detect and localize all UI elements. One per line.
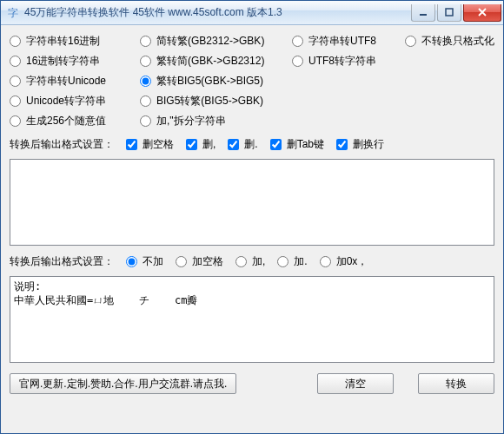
mode-radio[interactable]: 繁转简(GBK->GB2312) [140,54,292,69]
sep-radio-input[interactable] [277,256,288,267]
svg-text:字: 字 [8,7,18,19]
mode-radio-input[interactable] [10,56,21,67]
trim-checkbox-input[interactable] [270,139,282,150]
mode-radio-input[interactable] [140,95,151,107]
mode-radio-label: 繁转简(GBK->GB2312) [156,54,264,69]
separator-options-row: 转换后输出格式设置： 不加加空格加,加.加0x， [10,251,494,271]
convert-button[interactable]: 转换 [418,373,494,394]
trim-checkbox-label: 删Tab键 [287,137,324,152]
sep-radio-label: 不加 [143,254,163,269]
mode-radio-label: 字符串转16进制 [26,34,100,49]
mode-radio[interactable]: 16进制转字符串 [10,54,140,69]
sep-radio[interactable]: 加, [235,254,265,269]
mode-radio-input[interactable] [10,76,21,87]
sep-radio-input[interactable] [176,256,187,267]
mode-radio-label: 16进制转字符串 [26,54,100,69]
trim-checkbox-label: 删, [202,137,216,152]
mode-radio[interactable]: 字符串转Unicode [10,74,140,89]
window-controls [409,4,501,22]
mode-radio[interactable]: UTF8转字符串 [292,54,405,69]
sep-radio[interactable]: 加空格 [176,254,223,269]
mode-radio-label: 简转繁(GB2312->GBK) [156,34,264,49]
trim-checkbox-input[interactable] [186,139,197,150]
titlebar[interactable]: 字 45万能字符串转换软件 45软件 www.45soft.com 版本1.3 [1,1,503,25]
input-textarea[interactable] [10,159,494,246]
sep-radio-label: 加0x， [336,254,368,269]
trim-checkbox[interactable]: 删换行 [336,137,384,152]
mode-radio-input[interactable] [10,36,21,47]
mode-radio[interactable]: Unicode转字符串 [10,94,140,108]
sep-radio-label: 加, [252,254,265,269]
sep-label: 转换后输出格式设置： [10,254,114,269]
mode-radio[interactable]: BIG5转繁(BIG5->GBK) [140,94,292,108]
trim-checkbox[interactable]: 删, [186,137,216,152]
window-title: 45万能字符串转换软件 45软件 www.45soft.com 版本1.3 [24,5,409,20]
sep-radio-label: 加. [294,254,307,269]
trim-checkbox-label: 删换行 [353,137,384,152]
mode-radio-label: 字符串转UTF8 [308,34,376,49]
maximize-button[interactable] [437,4,461,22]
mode-radio-label: 繁转BIG5(GBK->BIG5) [156,74,263,89]
official-link-button[interactable]: 官网.更新.定制.赞助.合作.用户交流群.请点我. [10,373,236,394]
mode-radio[interactable]: 简转繁(GB2312->GBK) [140,34,292,49]
mode-radio[interactable]: 字符串转16进制 [10,34,140,49]
conversion-mode-group: 字符串转16进制简转繁(GB2312->GBK)字符串转UTF8不转换只格式化1… [10,34,494,128]
trim-options-row: 转换后输出格式设置： 删空格删,删.删Tab键删换行 [10,134,494,154]
trim-checkbox[interactable]: 删空格 [126,137,174,152]
mode-radio-label: 不转换只格式化 [421,34,494,49]
app-window: 字 45万能字符串转换软件 45软件 www.45soft.com 版本1.3 … [0,0,504,434]
mode-radio[interactable]: 字符串转UTF8 [292,34,405,49]
trim-label: 转换后输出格式设置： [10,137,114,152]
sep-radio-input[interactable] [126,256,137,267]
mode-radio-label: UTF8转字符串 [308,54,376,69]
trim-options: 删空格删,删.删Tab键删换行 [126,137,384,152]
sep-radio[interactable]: 不加 [126,254,163,269]
mode-radio[interactable]: 加,"拆分字符串 [140,114,292,128]
sep-radio[interactable]: 加0x， [320,254,368,269]
trim-checkbox-input[interactable] [126,139,137,150]
mode-radio-input[interactable] [140,56,151,67]
separator-options: 不加加空格加,加.加0x， [126,254,368,269]
trim-checkbox[interactable]: 删. [228,137,257,152]
mode-radio-input[interactable] [292,56,303,67]
mode-radio-input[interactable] [10,95,21,107]
app-icon: 字 [6,6,20,20]
clear-button[interactable]: 清空 [317,373,394,394]
mode-radio-label: BIG5转繁(BIG5->GBK) [156,94,263,108]
mode-radio-input[interactable] [140,115,151,127]
sep-radio-input[interactable] [235,256,247,267]
minimize-button[interactable] [411,4,435,22]
svg-rect-2 [446,9,453,16]
mode-radio-input[interactable] [140,36,151,47]
mode-radio-input[interactable] [10,115,21,127]
sep-radio[interactable]: 加. [277,254,307,269]
trim-checkbox-input[interactable] [336,139,348,150]
trim-checkbox-label: 删空格 [143,137,174,152]
sep-radio-input[interactable] [320,256,331,267]
mode-radio[interactable]: 生成256个随意值 [10,114,140,128]
mode-radio-input[interactable] [140,76,151,87]
mode-radio-input[interactable] [405,36,416,47]
mode-radio-label: 加,"拆分字符串 [156,114,226,128]
output-textarea[interactable] [10,276,494,363]
mode-radio-label: 生成256个随意值 [26,114,106,128]
trim-checkbox-input[interactable] [228,139,239,150]
trim-checkbox-label: 删. [244,137,257,152]
mode-radio[interactable]: 不转换只格式化 [405,34,494,49]
mode-radio-input[interactable] [292,36,303,47]
button-row: 官网.更新.定制.赞助.合作.用户交流群.请点我. 清空 转换 [10,368,494,394]
mode-radio-label: 字符串转Unicode [26,74,106,89]
svg-rect-1 [420,14,427,16]
close-button[interactable] [463,4,501,22]
mode-radio[interactable]: 繁转BIG5(GBK->BIG5) [140,74,292,89]
mode-radio-label: Unicode转字符串 [26,94,106,108]
trim-checkbox[interactable]: 删Tab键 [270,137,324,152]
client-area: 字符串转16进制简转繁(GB2312->GBK)字符串转UTF8不转换只格式化1… [1,25,503,433]
sep-radio-label: 加空格 [192,254,223,269]
